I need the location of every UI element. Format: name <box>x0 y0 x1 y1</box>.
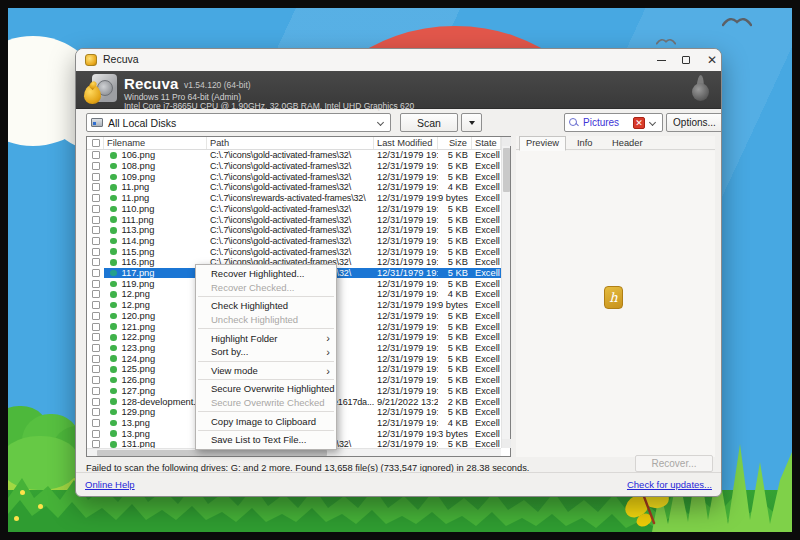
close-button[interactable]: ✕ <box>700 52 722 68</box>
row-checkbox[interactable] <box>92 151 100 159</box>
row-checkbox[interactable] <box>92 344 100 352</box>
online-help-link[interactable]: Online Help <box>85 479 135 490</box>
menu-item-check-highlighted[interactable]: Check Highlighted <box>196 299 336 313</box>
row-checkbox[interactable] <box>92 216 100 224</box>
menu-separator <box>198 430 334 431</box>
last-modified: 12/31/1979 19:00 <box>374 407 438 418</box>
table-row[interactable]: 106.pngC:\.7\icons\gold-activated-frames… <box>87 150 501 161</box>
drive-selector[interactable]: All Local Disks <box>86 113 391 132</box>
last-modified: 12/31/1979 19:00 <box>374 171 438 182</box>
file-state: Excell <box>472 332 501 343</box>
file-state: Excell <box>472 375 501 386</box>
column-header-last-modified[interactable]: Last Modified <box>374 137 438 149</box>
row-checkbox[interactable] <box>92 280 100 288</box>
row-checkbox[interactable] <box>92 226 100 234</box>
row-checkbox[interactable] <box>92 355 100 363</box>
recovery-state-dot-icon <box>110 430 117 437</box>
table-row[interactable]: 113.pngC:\.7\icons\gold-activated-frames… <box>87 225 501 236</box>
column-header-path[interactable]: Path <box>207 137 374 149</box>
row-checkbox[interactable] <box>92 440 100 448</box>
recovery-state-dot-icon <box>110 184 117 191</box>
menu-item-recover-highlighted[interactable]: Recover Highlighted... <box>196 267 336 281</box>
row-checkbox[interactable] <box>92 376 100 384</box>
file-path: C:\.7\icons\gold-activated-frames\32\ <box>210 150 351 160</box>
menu-item-uncheck-highlighted: Uncheck Highlighted <box>196 313 336 327</box>
file-path: C:\.7\icons\gold-activated-frames\32\ <box>210 236 351 246</box>
menu-item-sort-by[interactable]: Sort by...› <box>196 345 336 359</box>
recover-button[interactable]: Recover... <box>635 455 713 472</box>
app-icon <box>85 54 97 66</box>
scan-dropdown-button[interactable] <box>461 113 482 132</box>
row-checkbox[interactable] <box>92 183 100 191</box>
filename: 121.png <box>122 322 156 332</box>
row-checkbox[interactable] <box>92 290 100 298</box>
minimize-button[interactable] <box>649 52 673 68</box>
filter-combobox[interactable]: Pictures ✕ <box>564 113 663 132</box>
menu-item-highlight-folder[interactable]: Highlight Folder› <box>196 331 336 345</box>
row-checkbox[interactable] <box>92 205 100 213</box>
row-checkbox[interactable] <box>92 365 100 373</box>
last-modified: 12/31/1979 19:00 <box>374 246 438 257</box>
table-row[interactable]: 115.pngC:\.7\icons\gold-activated-frames… <box>87 246 501 257</box>
row-checkbox[interactable] <box>92 430 100 438</box>
row-checkbox[interactable] <box>92 323 100 331</box>
select-all-checkbox[interactable] <box>92 139 100 147</box>
table-row[interactable]: 11.pngC:\.7\icons\gold-activated-frames\… <box>87 182 501 193</box>
clear-filter-button[interactable]: ✕ <box>633 117 645 129</box>
row-checkbox[interactable] <box>92 419 100 427</box>
table-row[interactable]: 114.pngC:\.7\icons\gold-activated-frames… <box>87 236 501 247</box>
menu-item-secure-overwrite-highlighted[interactable]: Secure Overwrite Highlighted <box>196 382 336 396</box>
toolbar: All Local Disks Scan Pictures ✕ Options.… <box>76 109 721 136</box>
row-checkbox[interactable] <box>92 162 100 170</box>
row-checkbox[interactable] <box>92 194 100 202</box>
last-modified: 12/31/1979 19:00 <box>374 161 438 172</box>
row-checkbox[interactable] <box>92 237 100 245</box>
check-updates-link[interactable]: Check for updates... <box>627 479 712 490</box>
filename: 12.png <box>122 289 150 299</box>
vertical-scrollbar[interactable] <box>501 137 510 448</box>
scroll-down-arrow[interactable] <box>502 439 511 448</box>
tab-info[interactable]: Info <box>571 136 599 150</box>
column-header-state[interactable]: State <box>472 137 501 149</box>
maximize-button[interactable] <box>674 52 698 68</box>
row-checkbox[interactable] <box>92 333 100 341</box>
vertical-scroll-thumb[interactable] <box>503 148 510 192</box>
file-state: Excell <box>472 150 501 161</box>
scan-button[interactable]: Scan <box>400 113 458 132</box>
row-checkbox[interactable] <box>92 312 100 320</box>
table-row[interactable]: 11.pngC:\.7\icons\rewards-activated-fram… <box>87 193 501 204</box>
file-size: 4 KB <box>438 418 472 429</box>
menu-item-save-list-to-text-file[interactable]: Save List to Text File... <box>196 433 336 447</box>
row-checkbox[interactable] <box>92 301 100 309</box>
menu-item-label: Recover Highlighted... <box>211 268 304 279</box>
tab-preview[interactable]: Preview <box>519 136 566 151</box>
horizontal-scroll-thumb[interactable] <box>97 450 327 456</box>
row-checkbox[interactable] <box>92 173 100 181</box>
column-header-size[interactable]: Size <box>438 137 472 149</box>
table-row[interactable]: 110.pngC:\.7\icons\gold-activated-frames… <box>87 204 501 215</box>
tab-header[interactable]: Header <box>606 136 649 150</box>
table-row[interactable]: 108.pngC:\.7\icons\gold-activated-frames… <box>87 161 501 172</box>
menu-item-view-mode[interactable]: View mode› <box>196 364 336 378</box>
file-size: 5 KB <box>438 439 472 448</box>
row-checkbox[interactable] <box>92 269 100 277</box>
menu-item-label: View mode <box>211 365 258 376</box>
row-checkbox[interactable] <box>92 408 100 416</box>
scroll-up-arrow[interactable] <box>502 137 511 146</box>
menu-item-label: Recover Checked... <box>211 282 294 293</box>
footer-divider <box>76 472 721 473</box>
row-checkbox[interactable] <box>92 248 100 256</box>
preview-tabs: Preview Info Header <box>516 136 715 150</box>
menu-item-label: Secure Overwrite Highlighted <box>211 383 335 394</box>
table-row[interactable]: 109.pngC:\.7\icons\gold-activated-frames… <box>87 171 501 182</box>
column-header-filename[interactable]: Filename <box>104 137 207 149</box>
row-checkbox[interactable] <box>92 398 100 406</box>
titlebar[interactable]: Recuva ✕ <box>76 49 721 71</box>
row-checkbox[interactable] <box>92 387 100 395</box>
menu-item-copy-image-to-clipboard[interactable]: Copy Image to Clipboard <box>196 414 336 428</box>
options-button[interactable]: Options... <box>666 113 722 132</box>
row-checkbox[interactable] <box>92 258 100 266</box>
file-state: Excell <box>472 257 501 268</box>
table-row[interactable]: 111.pngC:\.7\icons\gold-activated-frames… <box>87 214 501 225</box>
file-path: C:\.7\icons\gold-activated-frames\32\ <box>210 204 351 214</box>
